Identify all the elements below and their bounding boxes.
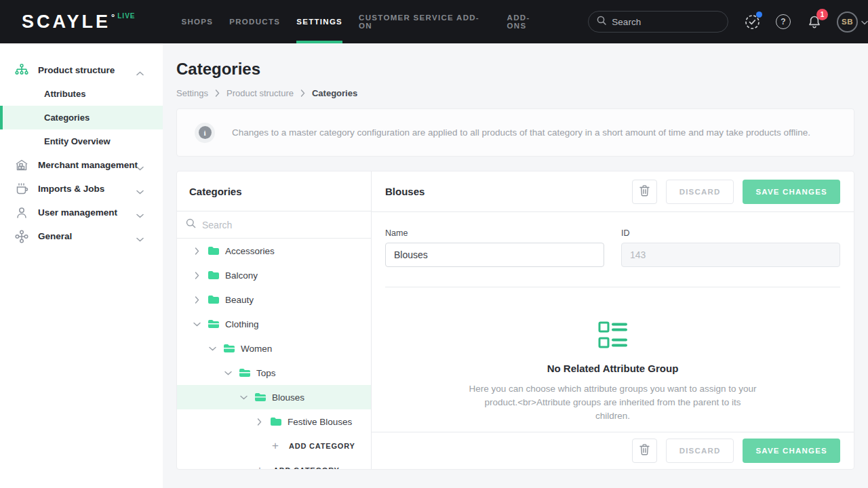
trash-icon	[639, 185, 650, 199]
nav-item-settings[interactable]: SETTINGS	[288, 0, 351, 43]
folder-open-icon	[208, 319, 219, 329]
sidebar-item-entity-overview[interactable]: Entity Overview	[0, 129, 163, 153]
scayle-logo[interactable]: SCAYLE ° LIVE	[22, 12, 135, 32]
chevron-right-icon[interactable]	[254, 418, 264, 426]
tree-item-tops[interactable]: Tops	[177, 361, 371, 385]
sidebar-item-merchant-management[interactable]: Merchant management	[0, 153, 163, 177]
account-menu[interactable]: SB	[837, 12, 868, 33]
main-content: Categories Settings Product structure Ca…	[163, 43, 868, 488]
settings-sidebar: Product structure Attributes Categories …	[0, 43, 163, 488]
nav-item-products[interactable]: PRODUCTS	[221, 0, 288, 43]
tree-item-blouses[interactable]: Blouses	[177, 385, 371, 409]
discard-button[interactable]: DISCARD	[666, 439, 734, 463]
imports-jobs-icon	[15, 182, 28, 196]
nav-item-shops[interactable]: SHOPS	[173, 0, 221, 43]
chevron-down-icon	[136, 185, 144, 197]
plus-icon: +	[254, 464, 265, 469]
delete-category-button[interactable]	[632, 439, 657, 463]
name-field-label: Name	[385, 228, 604, 238]
id-field-label: ID	[621, 228, 840, 238]
chevron-right-icon[interactable]	[192, 296, 201, 304]
page-title: Categories	[176, 60, 854, 79]
product-structure-icon	[15, 64, 28, 77]
nav-item-add-ons[interactable]: ADD-ONS	[499, 0, 557, 43]
tree-item-festive-blouses[interactable]: Festive Blouses	[177, 409, 371, 434]
chevron-down-icon[interactable]	[192, 322, 201, 327]
tree-item-women[interactable]: Women	[177, 336, 371, 361]
discard-button[interactable]: DISCARD	[666, 180, 734, 204]
chevron-down-icon[interactable]	[223, 371, 233, 375]
sidebar-item-attributes[interactable]: Attributes	[0, 82, 163, 106]
tree-item-balcony[interactable]: Balcony	[177, 263, 371, 287]
category-search-input[interactable]	[202, 220, 358, 230]
chevron-down-icon[interactable]	[239, 395, 248, 400]
primary-nav: SHOPS PRODUCTS SETTINGS CUSTOMER SERVICE…	[173, 0, 557, 43]
sidebar-item-categories[interactable]: Categories	[0, 106, 163, 129]
delete-category-button[interactable]	[632, 180, 657, 204]
sidebar-item-label: User management	[38, 207, 117, 218]
trash-icon	[639, 444, 650, 458]
sidebar-item-user-management[interactable]: User management	[0, 201, 163, 224]
folder-open-icon	[223, 344, 235, 354]
global-search[interactable]	[588, 11, 728, 33]
attribute-group-icon	[598, 321, 628, 351]
chevron-right-icon[interactable]	[192, 247, 201, 255]
logo-text: SCAYLE	[22, 12, 111, 32]
folder-closed-icon	[208, 270, 219, 281]
add-category-button[interactable]: + ADD CATEGORY	[177, 458, 371, 469]
id-field	[621, 243, 840, 267]
search-icon	[186, 218, 196, 231]
chevron-up-icon	[136, 66, 144, 79]
breadcrumb-separator-icon	[215, 89, 220, 97]
sidebar-item-product-structure[interactable]: Product structure	[0, 58, 163, 82]
name-field[interactable]	[385, 243, 604, 267]
breadcrumb: Settings Product structure Categories	[176, 88, 854, 98]
sidebar-item-label: General	[38, 231, 72, 241]
add-category-button[interactable]: + ADD CATEGORY	[177, 434, 371, 458]
tree-panel-title: Categories	[177, 171, 371, 211]
tree-item-beauty[interactable]: Beauty	[177, 287, 371, 312]
breadcrumb-separator-icon	[300, 89, 305, 97]
info-banner: i Changes to a master category configura…	[176, 108, 854, 157]
category-search[interactable]	[177, 211, 371, 239]
empty-state-description: Here you can choose which attribute grou…	[467, 382, 759, 423]
detail-footer-actions: DISCARD SAVE CHANGES	[372, 432, 854, 469]
top-nav-bar: SCAYLE ° LIVE SHOPS PRODUCTS SETTINGS CU…	[0, 0, 868, 43]
sidebar-item-label: Merchant management	[38, 160, 138, 170]
chevron-down-icon	[136, 209, 144, 221]
detail-title: Blouses	[385, 186, 425, 197]
sidebar-item-general[interactable]: General	[0, 224, 163, 248]
notifications-bell-icon[interactable]: 1	[806, 13, 823, 30]
attribute-groups-empty-state: No Related Attribute Group Here you can …	[385, 321, 840, 423]
folder-closed-icon	[208, 295, 219, 305]
search-icon	[597, 16, 606, 28]
divider	[385, 287, 840, 287]
chevron-down-icon	[861, 16, 868, 28]
user-management-icon	[15, 206, 28, 220]
global-search-input[interactable]	[612, 17, 713, 27]
sidebar-item-label: Product structure	[38, 65, 115, 75]
system-status-icon[interactable]	[743, 13, 761, 30]
category-detail-panel: Blouses DISCARD SAVE CHANGES Name	[372, 171, 854, 469]
merchant-management-icon	[15, 159, 28, 172]
tree-item-clothing[interactable]: Clothing	[177, 312, 371, 336]
info-banner-text: Changes to a master category configurati…	[232, 127, 810, 138]
save-changes-button[interactable]: SAVE CHANGES	[743, 180, 840, 204]
tree-item-accessories[interactable]: Accessories	[177, 239, 371, 263]
nav-item-customer-service-add-on[interactable]: CUSTOMER SERVICE ADD-ON	[351, 0, 499, 43]
category-tree-panel: Categories Accessories Balcony	[177, 171, 372, 469]
breadcrumb-categories: Categories	[312, 88, 357, 98]
help-icon[interactable]: ?	[774, 13, 792, 30]
save-changes-button[interactable]: SAVE CHANGES	[743, 439, 840, 463]
sidebar-item-imports-jobs[interactable]: Imports & Jobs	[0, 177, 163, 201]
logo-degree-mark: °	[111, 12, 115, 22]
chevron-right-icon[interactable]	[192, 272, 201, 279]
category-tree: Accessories Balcony Beauty Clothing	[177, 239, 371, 469]
folder-open-icon	[239, 368, 250, 378]
status-notification-dot	[756, 12, 762, 18]
breadcrumb-settings[interactable]: Settings	[176, 88, 208, 98]
chevron-down-icon[interactable]	[208, 346, 217, 351]
notification-count-badge: 1	[816, 9, 828, 20]
folder-closed-icon	[270, 417, 281, 427]
breadcrumb-product-structure[interactable]: Product structure	[226, 88, 294, 98]
